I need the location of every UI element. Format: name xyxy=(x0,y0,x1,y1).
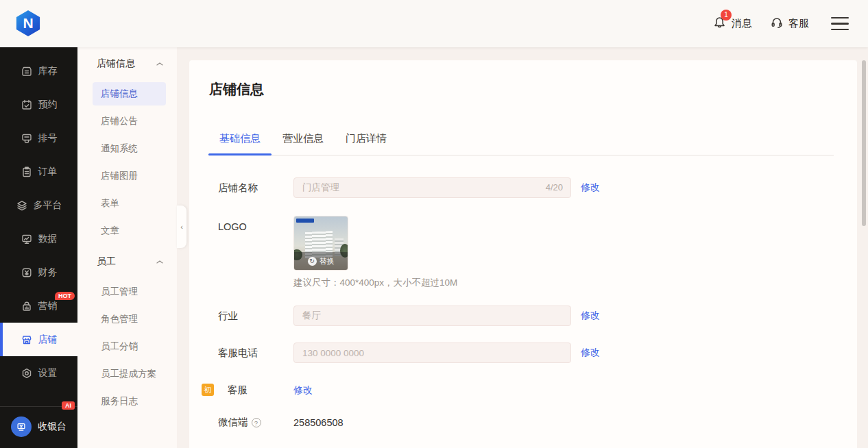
service-phone-input[interactable] xyxy=(293,343,571,363)
refresh-icon: ↻ xyxy=(308,257,317,266)
sidebar-item-shop[interactable]: 店铺 xyxy=(0,323,77,356)
group-label: 店铺信息 xyxy=(97,58,135,70)
submenu-item-staff-mgmt[interactable]: 员工管理 xyxy=(93,280,166,303)
cashier-label: 收银台 xyxy=(38,421,67,433)
hamburger-menu-icon[interactable] xyxy=(831,17,849,31)
top-bar: N 1 消息 客服 xyxy=(0,0,868,47)
sidebar-item-queue[interactable]: 排号 xyxy=(0,121,77,155)
tab-basic-info[interactable]: 基础信息 xyxy=(208,125,272,155)
group-label: 员工 xyxy=(97,256,116,268)
chevron-up-icon xyxy=(156,61,163,67)
hot-badge: HOT xyxy=(55,292,75,300)
shop-name-input[interactable] xyxy=(293,177,571,198)
page-title: 店铺信息 xyxy=(208,81,834,97)
submenu-item-notify-system[interactable]: 通知系统 xyxy=(93,137,166,160)
service-phone-edit-link[interactable]: 修改 xyxy=(581,347,600,359)
sidebar-item-label: 营销 xyxy=(38,300,58,312)
app-logo[interactable]: N xyxy=(15,10,41,36)
customer-service-row: 初 客服 修改 xyxy=(208,384,834,397)
support-label: 客服 xyxy=(788,17,809,30)
shop-name-row: 店铺名称 4/20 修改 xyxy=(208,177,834,198)
sidebar-item-settings[interactable]: 设置 xyxy=(0,356,77,390)
submenu-item-shop-info[interactable]: 店铺信息 xyxy=(93,82,166,105)
logo-letter: N xyxy=(23,15,33,32)
orders-icon xyxy=(21,166,33,178)
tab-store-detail[interactable]: 门店详情 xyxy=(335,125,398,155)
tab-business-info[interactable]: 营业信息 xyxy=(272,125,335,155)
char-counter: 4/20 xyxy=(546,182,563,192)
cashier-button[interactable]: 收银台 xyxy=(0,416,77,437)
industry-row: 行业 修改 xyxy=(208,306,834,326)
sidebar-item-label: 订单 xyxy=(38,166,58,178)
submenu-item-shop-notice[interactable]: 店铺公告 xyxy=(93,110,166,133)
sidebar-item-label: 库存 xyxy=(38,65,58,77)
storefront-icon xyxy=(21,334,33,346)
sidebar-item-inventory[interactable]: 库存 xyxy=(0,54,77,88)
bell-icon: 1 xyxy=(712,16,727,32)
submenu-item-forms[interactable]: 表单 xyxy=(93,192,166,215)
queue-icon xyxy=(21,132,33,145)
logo-row: LOGO ↻ 替换 建议尺寸：400*400px，大小不超过10M xyxy=(208,216,834,289)
marketing-bag-icon xyxy=(21,300,33,312)
sidebar-item-label: 数据 xyxy=(38,233,58,245)
replace-overlay[interactable]: ↻ 替换 xyxy=(294,252,348,270)
sidebar-item-label: 店铺 xyxy=(38,334,58,346)
notification-count-badge: 1 xyxy=(721,10,732,21)
secondary-sidebar: 店铺信息 店铺信息 店铺公告 通知系统 店铺图册 表单 文章 员工 员工管理 角… xyxy=(77,47,177,448)
logo-image[interactable]: ↻ 替换 xyxy=(293,216,348,271)
submenu-item-service-log[interactable]: 服务日志 xyxy=(93,390,166,413)
collapse-icon: ‹ xyxy=(180,223,183,231)
sidebar-item-label: 多平台 xyxy=(34,199,62,212)
settings-gear-icon xyxy=(21,367,33,379)
logo-label: LOGO xyxy=(208,216,293,232)
vertical-scrollbar[interactable] xyxy=(862,60,866,226)
inventory-icon xyxy=(21,65,33,77)
sidebar-item-booking[interactable]: 预约 xyxy=(0,88,77,121)
wechat-id-value: 258506508 xyxy=(293,417,343,428)
customer-service-label: 初 客服 xyxy=(208,384,293,397)
sidebar-item-label: 预约 xyxy=(38,99,58,111)
submenu-item-staff-distribution[interactable]: 员工分销 xyxy=(93,335,166,358)
service-phone-label: 客服电话 xyxy=(208,347,293,360)
customer-service-edit-link[interactable]: 修改 xyxy=(293,384,313,397)
chevron-up-icon xyxy=(156,259,163,265)
cashier-icon xyxy=(11,416,32,437)
sidebar-item-label: 排号 xyxy=(38,132,58,145)
sidebar-item-multi-platform[interactable]: 多平台 xyxy=(0,188,77,222)
submenu-group-staff[interactable]: 员工 xyxy=(77,247,177,277)
sidebar-item-orders[interactable]: 订单 xyxy=(0,155,77,188)
support-button[interactable]: 客服 xyxy=(770,16,809,32)
submenu-item-articles[interactable]: 文章 xyxy=(93,219,166,242)
shop-name-label: 店铺名称 xyxy=(208,182,293,195)
sidebar-item-finance[interactable]: 财务 xyxy=(0,256,77,289)
submenu-item-commission-plan[interactable]: 员工提成方案 xyxy=(93,362,166,386)
layers-icon xyxy=(16,199,28,212)
messages-label: 消息 xyxy=(732,17,752,30)
submenu-item-role-mgmt[interactable]: 角色管理 xyxy=(93,308,166,331)
help-icon[interactable]: ? xyxy=(252,418,261,427)
submenu-group-shop-info[interactable]: 店铺信息 xyxy=(77,49,177,79)
booking-icon xyxy=(21,99,33,111)
sidebar-item-label: 财务 xyxy=(38,266,58,279)
headset-icon xyxy=(770,16,784,32)
industry-edit-link[interactable]: 修改 xyxy=(581,310,600,322)
beginner-badge: 初 xyxy=(202,384,214,396)
sidebar-item-marketing[interactable]: HOT 营销 xyxy=(0,289,77,323)
messages-button[interactable]: 1 消息 xyxy=(712,16,752,32)
industry-label: 行业 xyxy=(208,310,293,323)
finance-yuan-icon xyxy=(21,266,33,279)
sidebar-collapse-handle[interactable]: ‹ xyxy=(177,206,186,248)
sidebar-item-data[interactable]: 数据 xyxy=(0,222,77,256)
shop-name-edit-link[interactable]: 修改 xyxy=(581,182,600,194)
ai-badge: AI xyxy=(62,401,75,410)
logo-hint: 建议尺寸：400*400px，大小不超过10M xyxy=(293,277,457,289)
submenu-item-shop-album[interactable]: 店铺图册 xyxy=(93,164,166,188)
replace-label: 替换 xyxy=(320,256,335,266)
data-monitor-icon xyxy=(21,233,33,245)
sidebar-item-label: 设置 xyxy=(38,367,58,379)
industry-input[interactable] xyxy=(293,306,571,326)
tab-bar: 基础信息 营业信息 门店详情 xyxy=(208,125,834,155)
wechat-label: 微信端 ? xyxy=(208,416,293,429)
primary-sidebar: 库存 预约 排号 订单 多平台 xyxy=(0,47,77,448)
wechat-row: 微信端 ? 258506508 xyxy=(208,416,834,429)
